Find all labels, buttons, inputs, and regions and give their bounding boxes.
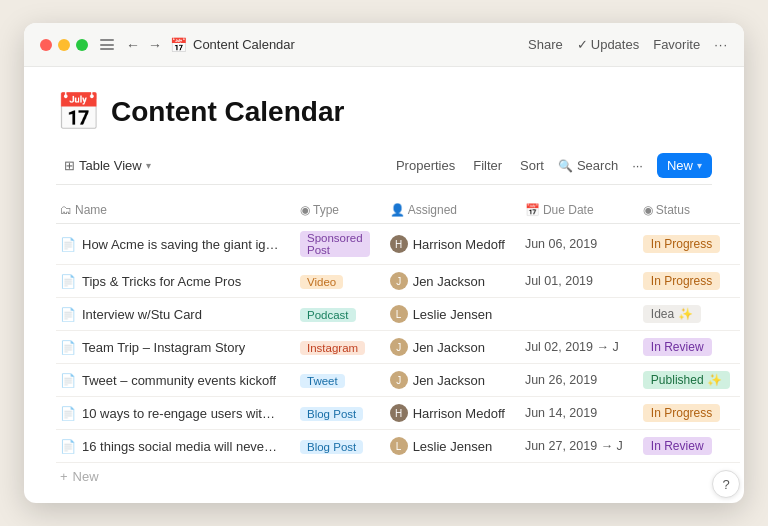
help-button[interactable]: ?: [712, 470, 740, 498]
cell-name: 📄 10 ways to re-engage users with drip: [56, 397, 290, 430]
table-row[interactable]: 📄 Tweet – community events kickoff Tweet…: [56, 364, 740, 397]
cell-type: Tweet: [290, 364, 380, 397]
status-badge: In Progress: [643, 235, 720, 253]
cell-status: In Progress: [633, 397, 740, 430]
cell-status: In Progress: [633, 265, 740, 298]
minimize-button[interactable]: [58, 39, 70, 51]
row-name: Tips & Tricks for Acme Pros: [82, 274, 241, 289]
row-name: Team Trip – Instagram Story: [82, 340, 245, 355]
row-name: Tweet – community events kickoff: [82, 373, 276, 388]
cell-name: 📄 16 things social media will never be a: [56, 430, 290, 463]
cell-status: Idea ✨: [633, 298, 740, 331]
content-table: 🗂Name ◉Type 👤Assigned 📅Due Date ◉Status …: [56, 197, 740, 463]
updates-button[interactable]: ✓ Updates: [577, 37, 639, 52]
table-row[interactable]: 📄 Interview w/Stu Card Podcast L Leslie …: [56, 298, 740, 331]
close-button[interactable]: [40, 39, 52, 51]
view-label: Table View: [79, 158, 142, 173]
col-name: 🗂Name: [56, 197, 290, 224]
table-row[interactable]: 📄 16 things social media will never be a…: [56, 430, 740, 463]
cell-due-date: Jun 14, 2019: [515, 397, 633, 430]
table-icon: ⊞: [64, 158, 75, 173]
cell-assigned: H Harrison Medoff: [380, 224, 515, 265]
assigned-name: Harrison Medoff: [413, 406, 505, 421]
count-value: 7: [405, 502, 412, 503]
filter-button[interactable]: Filter: [469, 154, 506, 177]
maximize-button[interactable]: [76, 39, 88, 51]
share-button[interactable]: Share: [528, 37, 563, 52]
cell-assigned: H Harrison Medoff: [380, 397, 515, 430]
favorite-button[interactable]: Favorite: [653, 37, 700, 52]
col-type: ◉Type: [290, 197, 380, 224]
properties-button[interactable]: Properties: [392, 154, 459, 177]
search-area[interactable]: 🔍 Search: [558, 158, 618, 173]
view-selector[interactable]: ⊞ Table View ▾: [56, 154, 159, 177]
cell-type: Blog Post: [290, 397, 380, 430]
assigned-name: Jen Jackson: [413, 340, 485, 355]
status-badge: Published ✨: [643, 371, 730, 389]
cell-name: 📄 Tips & Tricks for Acme Pros: [56, 265, 290, 298]
hamburger-icon[interactable]: [100, 39, 114, 50]
titlebar: ← → 📅 Content Calendar Share ✓ Updates F…: [24, 23, 744, 67]
status-badge: In Progress: [643, 272, 720, 290]
traffic-lights: [40, 39, 88, 51]
cell-type: Video: [290, 265, 380, 298]
search-label: Search: [577, 158, 618, 173]
nav-controls: ← →: [100, 37, 162, 53]
titlebar-actions: Share ✓ Updates Favorite ···: [528, 37, 728, 52]
table-row[interactable]: 📄 Team Trip – Instagram Story Instagram …: [56, 331, 740, 364]
cell-assigned: J Jen Jackson: [380, 331, 515, 364]
row-name: 16 things social media will never be a: [82, 439, 280, 454]
status-badge: In Review: [643, 437, 712, 455]
assigned-name: Jen Jackson: [413, 373, 485, 388]
new-button-label: New: [667, 158, 693, 173]
cell-assigned: L Leslie Jensen: [380, 298, 515, 331]
type-badge: Blog Post: [300, 440, 363, 454]
table-row[interactable]: 📄 Tips & Tricks for Acme Pros Video J Je…: [56, 265, 740, 298]
row-name: Interview w/Stu Card: [82, 307, 202, 322]
check-icon: ✓: [577, 37, 588, 52]
table-row[interactable]: 📄 10 ways to re-engage users with drip B…: [56, 397, 740, 430]
cell-due-date: Jun 06, 2019: [515, 224, 633, 265]
cell-type: Blog Post: [290, 430, 380, 463]
type-badge: Video: [300, 275, 343, 289]
back-icon[interactable]: ←: [126, 37, 140, 53]
cell-due-date: Jun 27, 2019 → J: [515, 430, 633, 463]
assigned-name: Leslie Jensen: [413, 307, 493, 322]
forward-icon[interactable]: →: [148, 37, 162, 53]
toolbar-more-button[interactable]: ···: [628, 154, 647, 177]
sort-button[interactable]: Sort: [516, 154, 548, 177]
type-badge: Tweet: [300, 374, 345, 388]
status-badge: Idea ✨: [643, 305, 701, 323]
type-badge: Sponsored Post: [300, 231, 370, 257]
more-button[interactable]: ···: [714, 37, 728, 52]
table-row[interactable]: 📄 How Acme is saving the giant iguana Sp…: [56, 224, 740, 265]
cell-assigned: J Jen Jackson: [380, 364, 515, 397]
col-due-date: 📅Due Date: [515, 197, 633, 224]
doc-icon: 📄: [60, 439, 76, 454]
type-badge: Instagram: [300, 341, 365, 355]
col-status: ◉Status: [633, 197, 740, 224]
toolbar-left: ⊞ Table View ▾: [56, 154, 392, 177]
page-header-icon: 📅: [56, 91, 101, 133]
window-title: Content Calendar: [193, 37, 295, 52]
avatar: J: [390, 338, 408, 356]
new-row-button[interactable]: + New: [56, 463, 712, 490]
window-title-area: 📅 Content Calendar: [170, 37, 528, 53]
search-icon: 🔍: [558, 159, 573, 173]
cell-status: In Review: [633, 331, 740, 364]
cell-name: 📄 Interview w/Stu Card: [56, 298, 290, 331]
new-button[interactable]: New ▾: [657, 153, 712, 178]
new-row-label: New: [73, 469, 99, 484]
status-badge: In Review: [643, 338, 712, 356]
row-name: How Acme is saving the giant iguana: [82, 237, 280, 252]
avatar: J: [390, 371, 408, 389]
doc-icon: 📄: [60, 373, 76, 388]
cell-due-date: Jul 02, 2019 → J: [515, 331, 633, 364]
cell-due-date: [515, 298, 633, 331]
cell-type: Sponsored Post: [290, 224, 380, 265]
doc-icon: 📄: [60, 237, 76, 252]
type-badge: Blog Post: [300, 407, 363, 421]
doc-icon: 📄: [60, 406, 76, 421]
count-label: COUNT: [356, 502, 400, 503]
page-content: 📅 Content Calendar ⊞ Table View ▾ Proper…: [24, 67, 744, 503]
